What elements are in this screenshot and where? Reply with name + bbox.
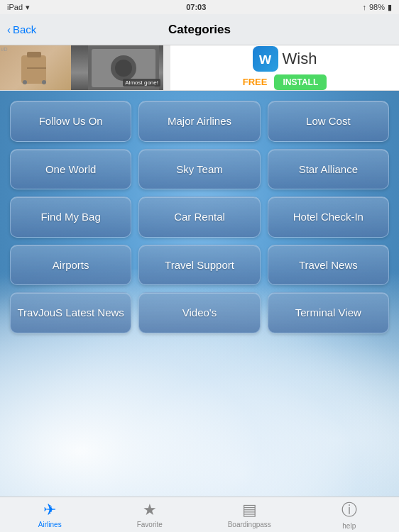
status-right: ↑ 98% ▮ bbox=[362, 3, 392, 12]
svg-point-3 bbox=[23, 80, 27, 84]
categories-grid: Follow Us OnMajor AirlinesLow CostOne Wo… bbox=[0, 91, 399, 340]
help-tab-label: help bbox=[342, 522, 356, 530]
category-button-low-cost[interactable]: Low Cost bbox=[268, 101, 389, 142]
status-bar: iPad ▾ 07:03 ↑ 98% ▮ bbox=[0, 0, 399, 14]
tab-boardingpass[interactable]: ▤Boardingpass bbox=[200, 497, 300, 532]
page-title: Categories bbox=[168, 23, 231, 37]
category-button-find-my-bag[interactable]: Find My Bag bbox=[10, 196, 131, 238]
category-button-follow-us[interactable]: Follow Us On bbox=[10, 101, 131, 142]
favorite-tab-label: Favorite bbox=[137, 521, 163, 528]
svg-rect-1 bbox=[27, 52, 41, 57]
battery-icon: ▮ bbox=[388, 3, 392, 12]
boardingpass-tab-icon: ▤ bbox=[242, 501, 257, 519]
ad-product-thumb1 bbox=[0, 45, 71, 90]
category-button-travel-news[interactable]: Travel News bbox=[268, 245, 389, 286]
category-button-videos[interactable]: Video's bbox=[138, 292, 260, 333]
back-label: Back bbox=[13, 23, 36, 35]
category-button-sky-team[interactable]: Sky Team bbox=[138, 149, 260, 190]
favorite-tab-icon: ★ bbox=[143, 501, 157, 519]
back-button[interactable]: ‹ Back bbox=[7, 23, 36, 35]
ad-product-thumb2: Almost gone! bbox=[71, 45, 163, 90]
ad-image-section: i/D Almost gone! $7$ bbox=[0, 45, 170, 90]
ad-right-section: w Wish FREE INSTALL bbox=[170, 45, 399, 90]
category-button-travjous-news[interactable]: TravJouS Latest News bbox=[10, 292, 131, 333]
svg-point-8 bbox=[115, 60, 132, 77]
svg-rect-0 bbox=[21, 55, 46, 84]
wish-icon: w bbox=[253, 46, 278, 72]
tab-help[interactable]: ⓘhelp bbox=[300, 497, 400, 532]
wish-name: Wish bbox=[283, 50, 317, 68]
category-button-travel-support[interactable]: Travel Support bbox=[138, 245, 260, 286]
category-button-major-airlines[interactable]: Major Airlines bbox=[138, 101, 260, 142]
help-tab-icon: ⓘ bbox=[341, 499, 357, 521]
svg-point-4 bbox=[42, 80, 46, 84]
wifi-icon: ▾ bbox=[26, 3, 30, 12]
category-button-car-rental[interactable]: Car Rental bbox=[138, 196, 260, 238]
chevron-left-icon: ‹ bbox=[7, 23, 11, 35]
nav-bar: ‹ Back Categories bbox=[0, 14, 399, 45]
wish-logo: w Wish bbox=[253, 46, 317, 72]
category-button-terminal-view[interactable]: Terminal View bbox=[268, 292, 389, 333]
ad-badge: i/D bbox=[1, 47, 8, 52]
status-time: 07:03 bbox=[186, 3, 206, 11]
device-label: iPad bbox=[7, 3, 23, 11]
airlines-tab-label: Airlines bbox=[38, 521, 62, 528]
category-button-star-alliance[interactable]: Star Alliance bbox=[268, 149, 389, 190]
install-button[interactable]: INSTALL bbox=[274, 74, 327, 90]
free-label: FREE bbox=[243, 77, 268, 87]
boardingpass-tab-label: Boardingpass bbox=[228, 521, 271, 528]
status-left: iPad ▾ bbox=[7, 3, 30, 12]
tab-airlines[interactable]: ✈Airlines bbox=[0, 497, 100, 532]
tab-bar: ✈Airlines★Favorite▤Boardingpassⓘhelp bbox=[0, 497, 399, 532]
ad-action-row: FREE INSTALL bbox=[243, 74, 327, 90]
ad-banner: i/D Almost gone! $7$ bbox=[0, 45, 399, 91]
almost-gone-label: Almost gone! bbox=[123, 79, 160, 87]
category-button-airports[interactable]: Airports bbox=[10, 245, 131, 286]
airlines-tab-icon: ✈ bbox=[43, 501, 56, 519]
battery-percent: 98% bbox=[369, 3, 385, 11]
category-button-hotel-check-in[interactable]: Hotel Check-In bbox=[268, 196, 389, 238]
tab-favorite[interactable]: ★Favorite bbox=[100, 497, 200, 532]
category-button-one-world[interactable]: One World bbox=[10, 149, 131, 190]
arrow-icon: ↑ bbox=[362, 3, 366, 11]
